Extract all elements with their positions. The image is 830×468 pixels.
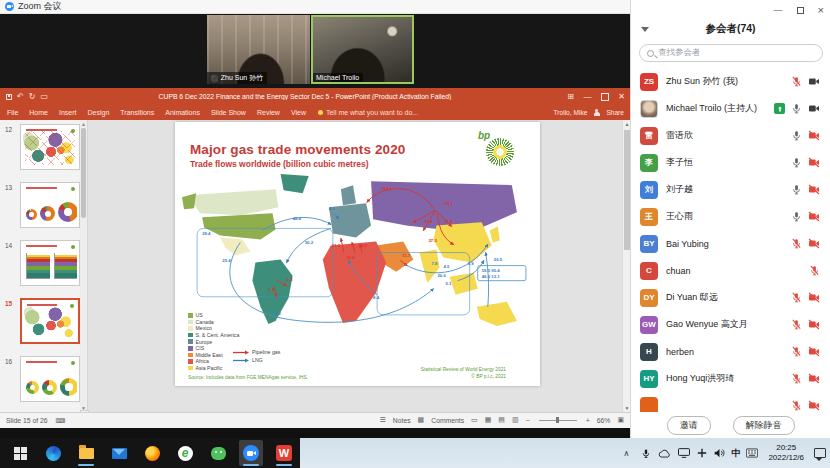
zoom-percent[interactable]: 66% <box>597 417 611 424</box>
camera-off-icon[interactable] <box>808 319 820 330</box>
reading-view-icon[interactable]: ▤ <box>498 416 505 424</box>
participant-row[interactable]: 刘刘子越 <box>631 176 830 203</box>
taskbar-icon-file-explorer[interactable] <box>74 440 98 466</box>
participant-row[interactable]: ZSZhu Sun 孙竹 (我) <box>631 68 830 95</box>
participant-row[interactable]: Hherben <box>631 338 830 365</box>
slide-canvas[interactable]: Major gas trade movements 2020 Trade flo… <box>175 122 540 386</box>
mic-muted-icon[interactable] <box>791 319 802 330</box>
action-center-icon[interactable] <box>814 448 826 458</box>
zoom-out-icon[interactable]: − <box>526 417 530 424</box>
slide-area-scrollbar[interactable]: ▲ ▼ <box>622 120 630 412</box>
participant-row[interactable] <box>631 392 830 412</box>
ime-chinese-indicator[interactable]: 中 <box>731 447 740 460</box>
participant-row[interactable]: Cchuan <box>631 257 830 284</box>
slide-thumbnail-13[interactable] <box>20 182 80 228</box>
ribbon-tab-transitions[interactable]: Transitions <box>120 109 154 116</box>
taskbar-icon-mail[interactable] <box>107 440 131 466</box>
camera-off-icon[interactable] <box>808 130 820 141</box>
zoom-in-icon[interactable]: + <box>586 417 590 424</box>
slide-thumbnail-15[interactable] <box>20 298 80 344</box>
cloud-icon[interactable] <box>658 449 671 458</box>
ribbon-tab-review[interactable]: Review <box>257 109 280 116</box>
mic-icon[interactable] <box>791 103 802 114</box>
close-icon[interactable]: ✕ <box>613 88 630 105</box>
minimize-icon[interactable]: — <box>774 5 783 15</box>
fit-to-window-icon[interactable]: ▣ <box>617 416 624 424</box>
participant-row[interactable]: BYBai Yubing <box>631 230 830 257</box>
unmute-all-button[interactable]: 解除静音 <box>733 416 795 435</box>
camera-off-icon[interactable] <box>808 211 820 222</box>
thumbnail-scrollbar[interactable]: ▲ ▼ <box>80 120 87 412</box>
mic-muted-icon[interactable] <box>791 346 802 357</box>
search-participants-input[interactable]: 查找参会者 <box>639 44 823 62</box>
language-icon[interactable]: ⌨ <box>56 417 66 425</box>
mic-muted-icon[interactable] <box>791 292 802 303</box>
video-tile-michael-troilo[interactable]: Michael Troilo <box>311 15 414 84</box>
participant-row[interactable]: Michael Troilo (主持人) <box>631 95 830 122</box>
slide-thumbnail-14[interactable] <box>20 240 80 286</box>
ribbon-tab-home[interactable]: Home <box>29 109 48 116</box>
slide-thumbnail-16[interactable] <box>20 356 80 402</box>
tell-me-box[interactable]: Tell me what you want to do... <box>318 109 418 116</box>
mic-icon[interactable] <box>791 184 802 195</box>
mic-icon[interactable] <box>791 211 802 222</box>
mic-muted-icon[interactable] <box>791 238 802 249</box>
normal-view-icon[interactable]: ▭ <box>471 416 478 424</box>
taskbar-icon-edge[interactable] <box>41 440 65 466</box>
mic-muted-icon[interactable] <box>791 76 802 87</box>
camera-off-icon[interactable] <box>808 184 820 195</box>
input-switch-icon[interactable] <box>697 448 707 458</box>
taskbar-icon-zoom[interactable] <box>239 440 263 466</box>
taskbar-icon-start[interactable] <box>8 440 32 466</box>
start-slideshow-icon[interactable]: ▭ <box>40 92 48 101</box>
participant-row[interactable]: HYHong Yuqi洪羽琦 <box>631 365 830 392</box>
participant-row[interactable]: GWGao Wenyue 高文月 <box>631 311 830 338</box>
redo-icon[interactable]: ↻ <box>29 92 36 101</box>
camera-off-icon[interactable] <box>808 400 820 411</box>
slideshow-view-icon[interactable]: ▥ <box>512 416 519 424</box>
signed-in-user[interactable]: Troilo, Mike <box>554 109 588 116</box>
camera-icon[interactable] <box>808 76 820 87</box>
slide-thumbnail-12[interactable] <box>20 124 80 170</box>
slide-number-indicator[interactable]: Slide 15 of 26 <box>6 417 48 425</box>
taskbar-icon-browser-e[interactable]: e <box>173 440 197 466</box>
save-icon[interactable] <box>6 94 12 100</box>
taskbar-icon-firefox[interactable] <box>140 440 164 466</box>
video-tile-zhu-sun[interactable]: ⚫Zhu Sun 孙竹 <box>207 15 310 84</box>
display-icon[interactable] <box>678 448 690 458</box>
ribbon-tab-view[interactable]: View <box>291 109 306 116</box>
participant-row[interactable]: DYDi Yuan 邸远 <box>631 284 830 311</box>
mic-muted-icon[interactable] <box>791 373 802 384</box>
participant-row[interactable]: 雷雷语欣 <box>631 122 830 149</box>
restore-icon[interactable] <box>596 88 613 105</box>
camera-off-icon[interactable] <box>808 346 820 357</box>
ribbon-tab-insert[interactable]: Insert <box>59 109 77 116</box>
taskbar-icon-wps[interactable]: W <box>272 440 296 466</box>
microphone-icon[interactable] <box>641 448 651 459</box>
mic-icon[interactable] <box>791 130 802 141</box>
undo-icon[interactable]: ↶ <box>17 92 24 101</box>
taskbar-icon-wechat[interactable] <box>206 440 230 466</box>
touch-keyboard-icon[interactable] <box>746 448 758 458</box>
camera-off-icon[interactable] <box>808 157 820 168</box>
zoom-slider[interactable] <box>539 420 577 421</box>
mic-muted-icon[interactable] <box>809 265 820 276</box>
taskbar-clock[interactable]: 20:25 2022/12/6 <box>768 443 804 464</box>
participant-row[interactable]: 李李子恒 <box>631 149 830 176</box>
notes-toggle[interactable]: Notes <box>393 417 411 424</box>
minimize-icon[interactable]: — <box>579 88 596 105</box>
camera-off-icon[interactable] <box>808 238 820 249</box>
share-button[interactable]: Share <box>606 109 624 116</box>
speaker-icon[interactable] <box>714 448 725 458</box>
ribbon-tab-file[interactable]: File <box>7 109 18 116</box>
slide-sorter-view-icon[interactable]: ▦ <box>485 416 492 424</box>
ribbon-display-options-icon[interactable]: ⊞ <box>562 88 579 105</box>
camera-icon[interactable] <box>808 103 820 114</box>
restore-icon[interactable] <box>797 7 804 14</box>
ribbon-tab-animations[interactable]: Animations <box>165 109 200 116</box>
participant-row[interactable]: 王王心雨 <box>631 203 830 230</box>
mic-muted-icon[interactable] <box>791 400 802 411</box>
comments-toggle[interactable]: Comments <box>431 417 464 424</box>
ribbon-tab-design[interactable]: Design <box>87 109 109 116</box>
close-icon[interactable]: × <box>818 4 824 16</box>
